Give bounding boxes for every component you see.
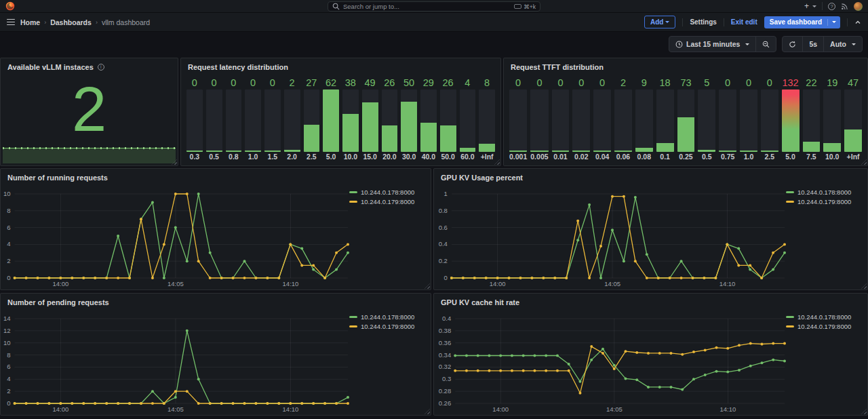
legend: 10.244.0.178:800010.244.0.179:8000 — [349, 313, 425, 330]
bar-fill — [264, 151, 281, 152]
bar-value: 0 — [186, 77, 203, 89]
bar-fill — [323, 89, 339, 152]
legend: 10.244.0.178:800010.244.0.179:8000 — [786, 313, 862, 330]
timeseries-plot[interactable]: 00.20.40.60.8114:0014:0514:10 — [434, 186, 789, 290]
add-menu-button[interactable]: + — [804, 3, 816, 9]
divider — [724, 18, 724, 26]
bar-track — [719, 89, 736, 152]
panel-header[interactable]: Request latency distribution — [181, 58, 500, 75]
help-button[interactable]: ? — [828, 3, 835, 10]
bar-track — [401, 89, 417, 152]
news-button[interactable] — [841, 3, 848, 10]
legend-item[interactable]: 10.244.0.178:8000 — [349, 313, 425, 321]
panel-header[interactable]: Number of pending requests — [1, 294, 431, 311]
bar-value: 18 — [656, 77, 674, 89]
bar-label: 40.0 — [420, 152, 437, 161]
timeseries-body: 00.20.40.60.8114:0014:0514:1010.244.0.17… — [434, 186, 867, 290]
bar-column: 00.01 — [552, 77, 570, 161]
bar-label: 0.25 — [677, 152, 695, 161]
timeseries-plot[interactable]: 0.260.280.30.320.340.360.380.414:0014:05… — [434, 311, 789, 415]
bar-fill — [420, 123, 437, 152]
panel-title: Request TTFT distribution — [511, 63, 604, 71]
bar-label: 1.0 — [740, 152, 757, 161]
legend-item[interactable]: 10.244.0.179:8000 — [786, 323, 862, 330]
breadcrumb-home[interactable]: Home — [20, 18, 40, 26]
legend-item[interactable]: 10.244.0.178:8000 — [786, 313, 862, 321]
svg-text:14:00: 14:00 — [492, 405, 509, 413]
svg-text:10: 10 — [3, 190, 11, 197]
bar-column: 50.5 — [698, 77, 715, 161]
legend-item[interactable]: 10.244.0.179:8000 — [349, 323, 425, 330]
legend-item[interactable]: 10.244.0.179:8000 — [349, 198, 425, 205]
search-input[interactable]: Search or jump to... ⌘+k — [328, 1, 540, 12]
bar-gauge[interactable]: 00.300.500.801.001.522.0272.5625.03810.0… — [186, 77, 495, 161]
legend-label: 10.244.0.178:8000 — [361, 188, 414, 196]
chevron-down-icon — [832, 21, 836, 23]
bar-label: 15.0 — [362, 152, 378, 161]
svg-text:0.4: 0.4 — [442, 315, 451, 322]
sparkline-points — [3, 147, 176, 149]
bar-track — [677, 89, 695, 152]
bar-value: 50 — [401, 77, 417, 89]
refresh-button[interactable] — [783, 37, 802, 52]
timeseries-plot[interactable]: 0246810121414:0014:0514:10 — [1, 311, 352, 415]
bar-track — [245, 89, 261, 152]
keyboard-icon — [514, 4, 521, 9]
top-navigation: Search or jump to... ⌘+k + ? — [0, 0, 868, 13]
bar-value: 62 — [323, 77, 339, 89]
menu-toggle-icon[interactable] — [7, 19, 15, 26]
bar-fill — [509, 151, 527, 152]
bar-value: 0 — [719, 77, 736, 89]
panel-header[interactable]: Available vLLM instaces i — [1, 58, 178, 75]
panel-header[interactable]: GPU KV Usage percent — [434, 169, 867, 186]
avatar[interactable] — [854, 2, 863, 11]
panel-header[interactable]: Number of running requests — [1, 169, 431, 186]
legend: 10.244.0.178:800010.244.0.179:8000 — [786, 188, 862, 205]
bar-column: 2650.0 — [440, 77, 456, 161]
bar-track — [740, 89, 757, 152]
svg-text:2: 2 — [7, 257, 10, 264]
legend-item[interactable]: 10.244.0.178:8000 — [349, 188, 425, 196]
svg-text:0.3: 0.3 — [442, 375, 451, 382]
bar-track — [552, 89, 570, 152]
exit-edit-button[interactable]: Exit edit — [731, 18, 757, 26]
zoom-out-button[interactable] — [755, 37, 776, 52]
svg-text:8: 8 — [7, 351, 10, 359]
refresh-interval-label[interactable]: 5s — [802, 37, 823, 52]
bar-label: 0.8 — [226, 152, 242, 161]
bar-fill — [479, 144, 495, 152]
bar-fill — [740, 151, 757, 152]
svg-text:8: 8 — [7, 207, 10, 214]
panel-header[interactable]: Request TTFT distribution — [504, 58, 867, 75]
collapse-button[interactable] — [854, 19, 861, 26]
chevron-down-icon — [812, 5, 816, 7]
settings-button[interactable]: Settings — [690, 18, 716, 26]
bar-column: 00.75 — [719, 77, 736, 161]
save-dashboard-button[interactable]: Save dashboard — [764, 16, 840, 28]
panel-title: GPU KV Usage percent — [441, 174, 523, 182]
panel-available-instances: Available vLLM instaces i 2 — [0, 58, 178, 166]
bar-gauge[interactable]: 00.00100.00500.0100.0200.0420.0690.08180… — [509, 77, 862, 161]
bar-label: 5.0 — [782, 152, 800, 161]
legend-item[interactable]: 10.244.0.179:8000 — [786, 198, 862, 205]
bar-column: 00.04 — [593, 77, 611, 161]
breadcrumb-dashboards[interactable]: Dashboards — [50, 18, 92, 26]
refresh-interval-picker[interactable]: Auto — [823, 37, 862, 52]
clock-icon — [675, 41, 683, 48]
svg-text:0: 0 — [444, 274, 448, 281]
panel-header[interactable]: GPU KV cache hit rate — [434, 294, 867, 311]
bar-label: 0.3 — [186, 152, 203, 161]
add-button[interactable]: Add — [644, 16, 675, 28]
legend-item[interactable]: 10.244.0.178:8000 — [786, 188, 862, 196]
bar-track — [362, 89, 378, 152]
grafana-logo[interactable] — [5, 1, 15, 11]
timeseries-plot[interactable]: 024681014:0014:0514:10 — [1, 186, 352, 290]
save-options-caret[interactable] — [827, 19, 840, 26]
time-range-picker[interactable]: Last 15 minutes — [669, 37, 755, 52]
bar-track — [530, 89, 548, 152]
bar-fill — [656, 143, 674, 152]
bar-track — [782, 89, 800, 152]
legend-label: 10.244.0.179:8000 — [361, 323, 414, 330]
bar-column: 22.0 — [284, 77, 300, 161]
info-icon[interactable]: i — [98, 64, 104, 71]
